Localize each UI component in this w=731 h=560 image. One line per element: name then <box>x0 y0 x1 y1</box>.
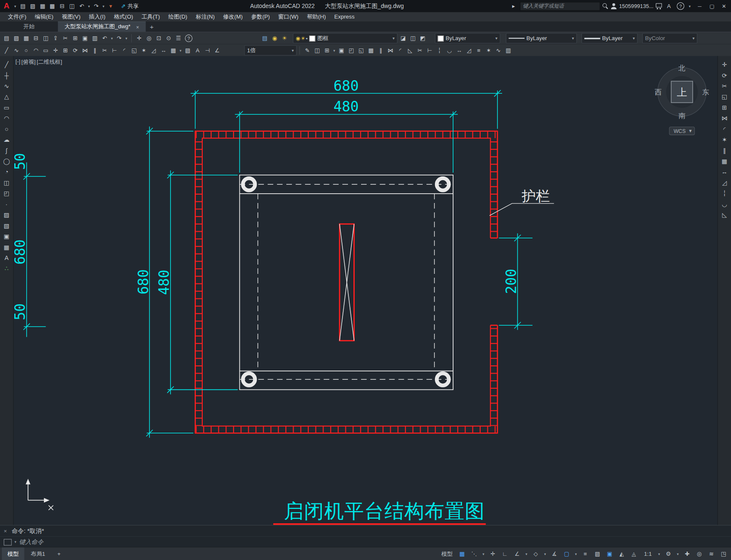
minimize-button[interactable]: ─ <box>694 0 706 12</box>
ungroup-icon[interactable]: ◱ <box>356 46 366 55</box>
plot-icon[interactable]: ⊟ <box>57 1 67 11</box>
dimension-lines[interactable] <box>23 90 533 438</box>
new-layout-button[interactable]: + <box>52 547 66 560</box>
selection-cycling-icon[interactable]: ▣ <box>604 549 615 559</box>
scale-icon[interactable]: ◿ <box>464 46 473 55</box>
align-icon[interactable]: ≡ <box>474 46 484 55</box>
stretch-icon[interactable]: ↔ <box>454 46 464 55</box>
linetype-scale-dropdown-icon[interactable]: ▾ <box>292 48 294 53</box>
insert-block-icon-dropdown[interactable]: ▾ <box>332 46 336 55</box>
view-cube-top-label[interactable]: 上 <box>677 87 687 98</box>
undo-icon-dropdown[interactable]: ▾ <box>87 1 91 11</box>
dim-chain-50-top[interactable]: 50 <box>13 153 28 170</box>
layer-unlock-icon[interactable]: ▪ <box>306 35 307 41</box>
break-icon[interactable]: ╎ <box>435 46 444 55</box>
offset-icon[interactable]: ∥ <box>719 146 730 155</box>
app-menu-dropdown-icon[interactable]: ▾ <box>13 1 17 11</box>
viewport-menu-control[interactable]: [-] <box>16 58 21 66</box>
hidden-beam-lines[interactable] <box>239 184 453 379</box>
model-space-toggle[interactable]: 模型 <box>439 549 456 559</box>
trim-icon[interactable]: ✂ <box>719 81 730 91</box>
tab-close-icon[interactable]: × <box>136 24 139 30</box>
polygon-icon[interactable]: △ <box>1 92 12 102</box>
rotate-icon[interactable]: ⟳ <box>719 70 730 80</box>
layer-on-icon[interactable]: ◉ <box>296 35 300 41</box>
scale-icon[interactable]: ◿ <box>149 46 158 55</box>
hatch-icon[interactable]: ▨ <box>1 210 12 220</box>
mirror-icon[interactable]: ⋈ <box>80 46 90 55</box>
qat-customize-icon[interactable]: ▾ <box>106 1 115 11</box>
multiline-text-icon[interactable]: A <box>1 253 12 262</box>
layer-properties-icon[interactable]: ▤ <box>260 34 269 43</box>
erase-icon[interactable]: ◱ <box>129 46 139 55</box>
group-icon[interactable]: ◰ <box>347 46 356 55</box>
menu-modify[interactable]: 修改(M) <box>219 12 247 22</box>
dim-top-680[interactable]: 680 <box>334 78 359 94</box>
model-tab[interactable]: 模型 <box>2 547 24 560</box>
annotation-scale-label-dropdown[interactable]: ▾ <box>656 549 662 559</box>
menu-express[interactable]: Express <box>330 12 359 22</box>
annotation-visibility-icon[interactable]: ◭ <box>616 549 628 559</box>
move-icon[interactable]: ✛ <box>719 60 730 70</box>
menu-draw[interactable]: 绘图(D) <box>164 12 192 22</box>
zoom-previous-icon[interactable]: ⊙ <box>164 34 173 43</box>
autodesk-apps-icon[interactable]: A <box>664 1 674 11</box>
join-icon[interactable]: ◡ <box>445 46 454 55</box>
guardrail-outline[interactable] <box>195 131 497 433</box>
linetype-scale-control[interactable]: 1倍 ▾ <box>244 45 296 55</box>
circle-icon[interactable]: ○ <box>22 46 31 55</box>
dynamic-input-icon[interactable]: ✛ <box>487 549 499 559</box>
color-control[interactable]: ByLayer ▾ <box>435 33 500 43</box>
layer-dropdown-icon[interactable]: ▾ <box>393 36 395 41</box>
menu-parametric[interactable]: 参数(P) <box>247 12 274 22</box>
dim-chain-680[interactable]: 680 <box>13 239 28 265</box>
annotation-scale-label[interactable]: 1:1 <box>640 549 655 559</box>
undo-icon-dropdown[interactable]: ▾ <box>110 34 114 43</box>
visual-style-control[interactable]: [二维线框] <box>37 58 62 66</box>
polar-tracking-icon-dropdown[interactable]: ▾ <box>524 549 529 559</box>
undo-icon[interactable]: ↶ <box>100 34 109 43</box>
publish-icon[interactable]: ⇪ <box>51 34 60 43</box>
osnap-icon-dropdown[interactable]: ▾ <box>573 549 579 559</box>
view-cube[interactable]: 上 北 西 东 南 WCS ▾ <box>655 64 709 135</box>
lineweight-icon[interactable]: ≡ <box>580 549 591 559</box>
batch-plot-icon[interactable]: ◫ <box>67 1 76 11</box>
erase-icon[interactable]: ◱ <box>719 92 730 102</box>
layer-control[interactable]: ◉☀▪ 图框 ▾ <box>293 33 398 43</box>
leader-line[interactable] <box>489 203 554 216</box>
mirror-icon[interactable]: ⋈ <box>719 114 730 123</box>
menu-help[interactable]: 帮助(H) <box>303 12 330 22</box>
stretch-icon[interactable]: ↔ <box>159 46 168 55</box>
linetype-control[interactable]: ByLayer ▾ <box>506 33 577 43</box>
bolt-circles[interactable] <box>243 178 449 385</box>
command-input[interactable]: 键入命令 <box>19 538 43 546</box>
view-cube-east[interactable]: 东 <box>702 88 709 96</box>
array-icon[interactable]: ▦ <box>719 156 730 166</box>
fillet-icon[interactable]: ◜ <box>120 46 129 55</box>
isodraft-icon-dropdown[interactable]: ▾ <box>542 549 548 559</box>
search-input[interactable]: 键入关键字或短语 <box>520 2 601 11</box>
open-icon[interactable]: ▨ <box>28 1 37 11</box>
polar-tracking-icon[interactable]: ∠ <box>511 549 523 559</box>
measure-icon[interactable]: ∠ <box>212 46 222 55</box>
isodraft-icon[interactable]: ◇ <box>530 549 541 559</box>
linetype-dropdown-icon[interactable]: ▾ <box>572 36 574 41</box>
circle-icon[interactable]: ○ <box>1 124 12 134</box>
tab-document[interactable]: 大型泵站水闸施工图_dwg* × <box>58 22 146 32</box>
platform-structure[interactable] <box>239 175 453 390</box>
wcs-dropdown-icon[interactable]: ▾ <box>689 128 692 134</box>
graphics-performance-icon[interactable]: ≋ <box>706 549 717 559</box>
line-icon[interactable]: ╱ <box>1 60 12 70</box>
add-selected-icon[interactable]: ∴ <box>1 264 12 273</box>
osnap-icon[interactable]: ▢ <box>561 549 572 559</box>
dimension-icon[interactable]: ⊣ <box>203 46 212 55</box>
insert-block-icon[interactable]: ⊞ <box>322 46 332 55</box>
recent-commands-dropdown-icon[interactable]: ▾ <box>14 540 16 544</box>
rotate-icon[interactable]: ⟳ <box>71 46 80 55</box>
rectangle-icon[interactable]: ▭ <box>1 103 12 112</box>
array-rect-icon[interactable]: ▦ <box>366 46 375 55</box>
command-input-row[interactable]: ▾ 键入命令 <box>0 537 731 547</box>
dim-top-480[interactable]: 480 <box>334 98 359 115</box>
help-icon[interactable]: ? <box>185 35 193 42</box>
match-properties-icon[interactable]: ▥ <box>90 34 99 43</box>
